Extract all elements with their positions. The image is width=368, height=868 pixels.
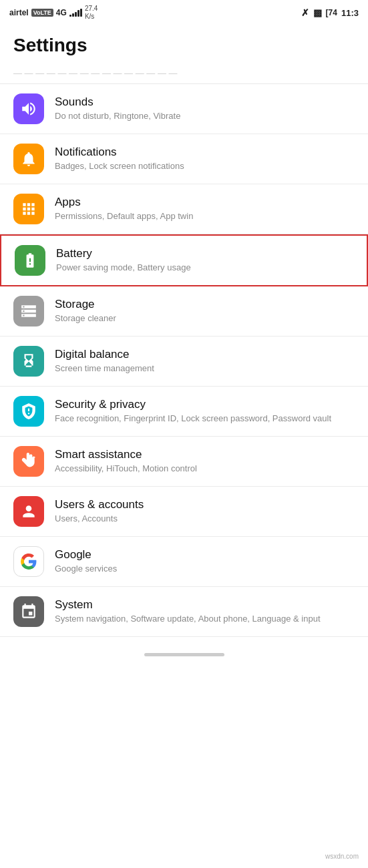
smart-assistance-subtitle: Accessibility, HiTouch, Motion control: [55, 463, 355, 475]
settings-item-digital-balance[interactable]: Digital balance Screen time management: [0, 337, 368, 387]
notifications-title: Notifications: [55, 146, 355, 159]
apps-icon: [20, 200, 37, 218]
bar5: [80, 9, 82, 17]
system-text: System System navigation, Software updat…: [55, 598, 355, 625]
security-icon-bg: [13, 396, 44, 427]
battery-settings-icon: [21, 252, 39, 269]
bar2: [72, 13, 74, 17]
users-icon: [20, 503, 37, 520]
settings-item-storage[interactable]: Storage Storage cleaner: [0, 286, 368, 337]
notifications-icon-bg: [13, 144, 44, 174]
settings-item-sounds[interactable]: Sounds Do not disturb, Ringtone, Vibrate: [0, 84, 368, 134]
battery-title: Battery: [56, 247, 353, 260]
users-accounts-title: Users & accounts: [55, 498, 355, 511]
apps-text: Apps Permissions, Default apps, App twin: [55, 196, 355, 222]
apps-title: Apps: [55, 196, 355, 209]
google-icon: [20, 553, 37, 570]
bar4: [77, 10, 79, 17]
signal-bars-icon: [69, 9, 82, 17]
smart-assistance-icon-bg: [13, 446, 44, 477]
bell-icon: [20, 150, 37, 168]
google-icon-bg: [13, 546, 44, 577]
google-title: Google: [55, 548, 355, 562]
notifications-text: Notifications Badges, Lock screen notifi…: [55, 146, 355, 172]
partial-top-item: — — — — — — — — — — — — — — —: [0, 63, 368, 84]
bar1: [69, 15, 71, 17]
users-accounts-subtitle: Users, Accounts: [55, 513, 355, 525]
storage-title: Storage: [55, 298, 355, 311]
smart-assistance-text: Smart assistance Accessibility, HiTouch,…: [55, 448, 355, 475]
settings-item-system[interactable]: System System navigation, Software updat…: [0, 587, 368, 637]
digital-balance-subtitle: Screen time management: [55, 363, 355, 375]
settings-list: Sounds Do not disturb, Ringtone, Vibrate…: [0, 84, 368, 637]
digital-balance-title: Digital balance: [55, 348, 355, 361]
battery-text: Battery Power saving mode, Battery usage: [56, 247, 353, 274]
security-subtitle: Face recognition, Fingerprint ID, Lock s…: [55, 413, 355, 425]
storage-subtitle: Storage cleaner: [55, 312, 355, 324]
security-title: Security & privacy: [55, 398, 355, 411]
users-accounts-text: Users & accounts Users, Accounts: [55, 498, 355, 525]
settings-item-apps[interactable]: Apps Permissions, Default apps, App twin: [0, 184, 368, 234]
sounds-icon-bg: [13, 93, 44, 124]
settings-item-smart-assistance[interactable]: Smart assistance Accessibility, HiTouch,…: [0, 437, 368, 487]
volte-badge: VoLTE: [31, 9, 53, 17]
sounds-subtitle: Do not disturb, Ringtone, Vibrate: [55, 110, 355, 122]
shield-icon: [20, 403, 37, 420]
battery-indicator: [74: [326, 8, 337, 17]
volume-icon: [20, 100, 37, 118]
storage-text: Storage Storage cleaner: [55, 298, 355, 324]
battery-icon-bg: [15, 245, 45, 276]
system-icon-bg: [13, 596, 44, 627]
smart-assistance-title: Smart assistance: [55, 448, 355, 461]
settings-item-battery[interactable]: Battery Power saving mode, Battery usage: [0, 234, 368, 286]
bluetooth-icon: ✗: [301, 7, 309, 18]
hourglass-icon: [20, 353, 37, 370]
settings-item-users-accounts[interactable]: Users & accounts Users, Accounts: [0, 487, 368, 537]
carrier-name: airtel: [9, 8, 29, 17]
hand-icon: [20, 453, 37, 470]
notifications-subtitle: Badges, Lock screen notifications: [55, 160, 355, 172]
storage-icon: [20, 302, 37, 320]
watermark: wsxdn.com: [323, 851, 361, 861]
system-title: System: [55, 598, 355, 612]
apps-subtitle: Permissions, Default apps, App twin: [55, 210, 355, 222]
battery-percent: [74: [326, 8, 337, 17]
clock: 11:3: [341, 8, 359, 18]
home-bar: [144, 653, 224, 656]
vibration-icon: ▩: [313, 7, 322, 18]
settings-item-google[interactable]: Google Google services: [0, 537, 368, 587]
signal-type: 4G: [56, 8, 67, 17]
digital-balance-icon-bg: [13, 346, 44, 377]
sounds-title: Sounds: [55, 95, 355, 109]
google-subtitle: Google services: [55, 563, 355, 575]
google-text: Google Google services: [55, 548, 355, 575]
apps-icon-bg: [13, 194, 44, 224]
battery-subtitle: Power saving mode, Battery usage: [56, 262, 353, 274]
sounds-text: Sounds Do not disturb, Ringtone, Vibrate: [55, 95, 355, 122]
storage-icon-bg: [13, 296, 44, 327]
digital-balance-text: Digital balance Screen time management: [55, 348, 355, 375]
status-left: airtel VoLTE 4G 27.4 K/s: [9, 5, 98, 21]
users-icon-bg: [13, 496, 44, 527]
status-bar: airtel VoLTE 4G 27.4 K/s ✗ ▩ [74 11:3: [0, 0, 368, 24]
settings-item-security[interactable]: Security & privacy Face recognition, Fin…: [0, 387, 368, 437]
system-icon: [20, 603, 37, 620]
data-speed: 27.4 K/s: [85, 5, 98, 21]
home-indicator: [0, 642, 368, 670]
system-subtitle: System navigation, Software update, Abou…: [55, 613, 355, 625]
settings-item-notifications[interactable]: Notifications Badges, Lock screen notifi…: [0, 134, 368, 184]
bar3: [75, 12, 77, 17]
page-title-area: Settings: [0, 24, 368, 63]
page-title: Settings: [13, 35, 355, 56]
security-text: Security & privacy Face recognition, Fin…: [55, 398, 355, 425]
status-right: ✗ ▩ [74 11:3: [301, 7, 359, 18]
